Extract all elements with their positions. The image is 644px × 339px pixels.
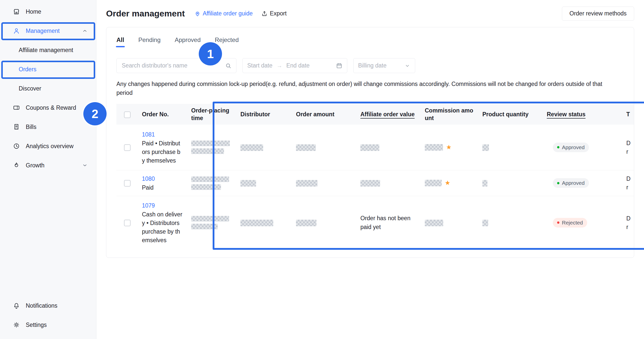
- col-clipped: T: [622, 104, 634, 125]
- order-no-link[interactable]: 1080: [142, 174, 183, 183]
- redacted-order-amount: [296, 180, 317, 187]
- row-checkbox[interactable]: [124, 144, 131, 151]
- chevron-up-icon: [82, 28, 88, 34]
- col-review-status: Review status: [543, 104, 622, 125]
- page-header: Order management Affiliate order guide E…: [96, 0, 644, 27]
- chevron-down-icon: [404, 63, 410, 69]
- export-icon: [261, 11, 267, 17]
- status-dot-icon: [557, 182, 559, 184]
- status-dot-icon: [557, 221, 559, 224]
- redacted-affiliate-value: [360, 144, 379, 151]
- bill-icon: [13, 123, 20, 131]
- billing-date-select[interactable]: Billing date: [353, 58, 415, 73]
- tab-pending[interactable]: Pending: [138, 36, 161, 47]
- chevron-down-icon: [82, 163, 88, 168]
- tab-rejected[interactable]: Rejected: [215, 36, 239, 47]
- sidebar-item-growth[interactable]: Growth: [0, 156, 96, 175]
- row-checkbox[interactable]: [124, 180, 131, 187]
- redacted-commission: [425, 144, 443, 151]
- sidebar-item-label: Home: [26, 8, 41, 15]
- col-order-placing-time: Order-placing time: [187, 104, 236, 125]
- gear-icon: [13, 321, 20, 329]
- calendar-icon: [336, 62, 342, 69]
- affiliate-note: Order has not been paid yet: [360, 214, 417, 232]
- start-date-placeholder: Start date: [247, 62, 273, 69]
- redacted-distributor: [240, 220, 273, 226]
- end-date-placeholder: End date: [286, 62, 310, 69]
- status-tabs: All Pending Approved Rejected: [116, 36, 634, 49]
- select-all-checkbox[interactable]: [124, 111, 131, 118]
- clipped-cell-text: D r: [626, 174, 634, 192]
- search-input[interactable]: [117, 62, 225, 69]
- sidebar-item-coupons-reward[interactable]: Coupons & Reward: [0, 98, 96, 117]
- sidebar-item-label: Notifications: [26, 302, 57, 309]
- app-root: Home Management Affiliate management Ord…: [0, 0, 644, 339]
- order-review-methods-button[interactable]: Order review methods: [562, 7, 634, 21]
- redacted-distributor: [240, 180, 256, 187]
- billing-date-value: Billing date: [358, 62, 387, 69]
- sidebar-item-settings[interactable]: Settings: [0, 315, 96, 334]
- coupon-icon: [13, 104, 20, 111]
- redacted-order-amount: [296, 144, 316, 151]
- export-label: Export: [270, 10, 287, 17]
- filter-bar: Start date → End date Billing date: [116, 58, 634, 73]
- sidebar-item-label: Bills: [26, 124, 36, 130]
- tab-approved[interactable]: Approved: [175, 36, 201, 47]
- sidebar-item-notifications[interactable]: Notifications: [0, 296, 96, 315]
- search-box: [116, 58, 236, 73]
- sidebar-footer: Notifications Settings: [0, 296, 96, 334]
- sidebar-item-label: Analytics overview: [26, 143, 73, 150]
- tab-all[interactable]: All: [116, 36, 124, 47]
- bell-icon: [13, 302, 20, 309]
- redacted-quantity: [482, 180, 487, 187]
- col-affiliate-order-value: Affiliate order value: [356, 104, 421, 125]
- order-description: Paid: [142, 183, 183, 192]
- sidebar-item-management[interactable]: Management: [0, 21, 96, 40]
- commission-bonus-icon: [445, 144, 452, 151]
- sidebar-item-affiliate-management[interactable]: Affiliate management: [0, 40, 96, 60]
- order-no-link[interactable]: 1081: [142, 130, 183, 139]
- sidebar-item-orders[interactable]: Orders: [0, 60, 96, 79]
- date-range-picker[interactable]: Start date → End date: [242, 58, 347, 73]
- row-checkbox[interactable]: [124, 220, 131, 226]
- redacted-quantity: [482, 144, 489, 151]
- col-commission-amount: Commission amount: [421, 104, 478, 125]
- commission-notice: Any changes happened during commission l…: [116, 80, 619, 97]
- commission-bonus-icon: [444, 180, 451, 186]
- redacted-distributor: [240, 144, 263, 151]
- redacted-order-time: [191, 141, 232, 154]
- growth-icon: [13, 162, 20, 169]
- sidebar-item-home[interactable]: Home: [0, 2, 96, 21]
- status-dot-icon: [557, 146, 559, 148]
- order-card: All Pending Approved Rejected Start date…: [106, 27, 634, 258]
- table-row: 1080 Paid: [116, 170, 634, 196]
- page-title: Order management: [106, 9, 185, 18]
- redacted-affiliate-value: [360, 180, 380, 187]
- sidebar: Home Management Affiliate management Ord…: [0, 0, 96, 339]
- sidebar-item-label: Management: [26, 28, 60, 34]
- analytics-icon: [13, 142, 20, 150]
- orders-table: Order No. Order-placing time Distributor…: [116, 104, 634, 249]
- col-order-no: Order No.: [138, 104, 187, 125]
- col-product-quantity: Product quantity: [478, 104, 543, 125]
- main-content: Order management Affiliate order guide E…: [96, 0, 644, 339]
- status-badge: Rejected: [553, 218, 587, 228]
- pin-icon: [194, 11, 201, 17]
- export-button[interactable]: Export: [261, 10, 287, 17]
- sidebar-item-label: Growth: [26, 162, 44, 169]
- redacted-order-time: [191, 216, 232, 229]
- col-order-amount: Order amount: [292, 104, 356, 125]
- affiliate-order-guide-link[interactable]: Affiliate order guide: [194, 10, 253, 17]
- table-row: 1079 Cash on delivery • Distributors pur…: [116, 196, 634, 249]
- col-distributor: Distributor: [236, 104, 292, 125]
- search-icon[interactable]: [225, 62, 232, 69]
- sidebar-item-label: Orders: [19, 66, 36, 73]
- sidebar-item-analytics-overview[interactable]: Analytics overview: [0, 137, 96, 156]
- order-no-link[interactable]: 1079: [142, 201, 183, 210]
- table-header-row: Order No. Order-placing time Distributor…: [116, 104, 634, 125]
- sidebar-item-bills[interactable]: Bills: [0, 117, 96, 137]
- sidebar-item-discover[interactable]: Discover: [0, 79, 96, 98]
- order-description: Cash on delivery • Distributors purchase…: [142, 210, 183, 244]
- person-icon: [13, 27, 20, 35]
- guide-link-label: Affiliate order guide: [203, 10, 253, 17]
